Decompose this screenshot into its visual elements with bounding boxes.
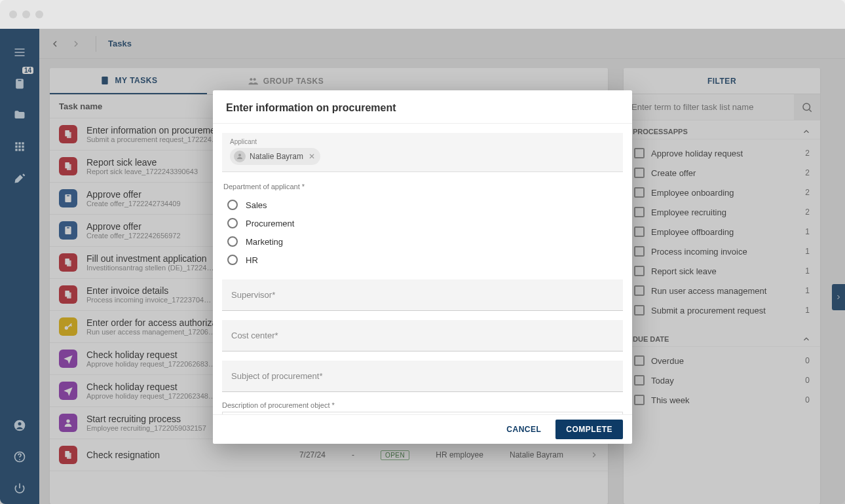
complete-button[interactable]: COMPLETE	[555, 420, 623, 439]
task-type-icon	[59, 350, 77, 368]
radio-icon	[227, 236, 238, 247]
task-subtitle: Submit a procurement request_172224…	[86, 135, 223, 143]
checkbox[interactable]	[634, 226, 645, 237]
chevron-up-icon	[802, 127, 811, 136]
filter-item[interactable]: Process incoming invoice 1	[628, 242, 816, 261]
radio-icon	[227, 255, 238, 265]
nav-power-icon[interactable]	[0, 473, 39, 504]
checkbox[interactable]	[634, 285, 645, 296]
applicant-field: Applicant Natalie Bayram ✕	[222, 133, 623, 172]
nav-account-icon[interactable]	[0, 410, 39, 441]
checkbox[interactable]	[634, 395, 645, 405]
radio-label: Sales	[246, 200, 267, 210]
topbar: Tasks	[39, 29, 845, 59]
filter-label: Report sick leave	[651, 266, 717, 276]
filter-item[interactable]: Today 0	[628, 370, 816, 390]
filter-count: 2	[805, 188, 810, 197]
filter-item[interactable]: This week 0	[628, 390, 816, 410]
radio-option[interactable]: Procurement	[222, 214, 623, 232]
cancel-button[interactable]: CANCEL	[500, 420, 548, 439]
supervisor-input[interactable]: Supervisor*	[222, 279, 623, 311]
svg-rect-11	[22, 149, 24, 151]
svg-point-26	[65, 326, 68, 329]
checkbox[interactable]	[634, 207, 645, 217]
svg-rect-7	[18, 145, 20, 147]
filter-search-input[interactable]	[624, 94, 794, 120]
task-type-icon	[59, 253, 77, 272]
svg-rect-21	[67, 164, 71, 170]
filter-count: 1	[805, 247, 810, 256]
task-type-icon	[59, 414, 77, 432]
modal-title: Enter information on procurement	[213, 90, 632, 124]
tab-label: MY TASKS	[115, 76, 158, 85]
checkbox[interactable]	[634, 355, 645, 366]
costcenter-input[interactable]: Cost center*	[222, 320, 623, 351]
traffic-light-min[interactable]	[22, 10, 30, 18]
filter-label: Create offer	[651, 168, 696, 178]
nav-settings-icon[interactable]	[0, 162, 39, 194]
checkbox[interactable]	[634, 187, 645, 198]
nav-apps-icon[interactable]	[0, 131, 39, 162]
department-label: Department of applicant *	[223, 183, 623, 190]
task-subtitle: Process incoming invoice_17223704…	[86, 296, 211, 304]
filter-item[interactable]: Employee recruiting 2	[628, 202, 816, 222]
filter-section-duedate[interactable]: DUE DATE	[624, 328, 820, 347]
nav-help-icon[interactable]	[0, 441, 39, 473]
task-subtitle: Create offer_1722242734409	[86, 200, 181, 207]
filter-count: 1	[805, 266, 810, 276]
svg-rect-6	[15, 145, 17, 147]
filter-section-processapps[interactable]: PROCESSAPPS	[624, 120, 820, 139]
radio-option[interactable]: Marketing	[222, 232, 623, 251]
filter-item[interactable]: Run user access management 1	[628, 281, 816, 300]
description-label: Description of procurement object *	[222, 401, 623, 409]
remove-chip-icon[interactable]: ✕	[309, 152, 315, 161]
filter-item[interactable]: Submit a procurement request 1	[628, 300, 816, 320]
task-subtitle: Approve holiday request_1722062683…	[86, 360, 216, 368]
checkbox[interactable]	[634, 266, 645, 276]
description-field: Description of procurement object * B I …	[222, 401, 623, 414]
tab-my-tasks[interactable]: MY TASKS	[50, 68, 207, 94]
checkbox[interactable]	[634, 148, 645, 158]
checkbox[interactable]	[634, 246, 645, 257]
svg-point-32	[238, 154, 241, 156]
task-title: Approve offer	[86, 189, 181, 200]
svg-rect-10	[18, 149, 20, 151]
breadcrumb[interactable]: Tasks	[108, 39, 132, 48]
filter-item[interactable]: Employee onboarding 2	[628, 183, 816, 202]
checkbox[interactable]	[634, 305, 645, 315]
task-subtitle: Create offer_1722242656972	[86, 232, 181, 240]
svg-rect-4	[18, 142, 20, 144]
radio-option[interactable]: Sales	[222, 196, 623, 214]
task-subtitle: Employee recruiting_1722059032157	[86, 424, 206, 432]
forward-button[interactable]	[68, 36, 84, 52]
traffic-light-close[interactable]	[9, 10, 17, 18]
task-type-icon	[59, 157, 77, 175]
filter-item[interactable]: Approve holiday request 2	[628, 143, 816, 163]
svg-point-27	[66, 420, 69, 423]
tab-label: GROUP TASKS	[263, 77, 324, 86]
search-icon[interactable]	[794, 94, 820, 120]
hamburger-icon[interactable]	[0, 37, 39, 68]
task-type-icon	[59, 125, 77, 143]
filter-label: Employee offboarding	[651, 227, 734, 237]
filter-label: Today	[651, 376, 674, 386]
back-button[interactable]	[47, 36, 63, 52]
nav-tasks-icon[interactable]	[0, 68, 39, 99]
task-row[interactable]: Check resignation 7/27/24 - OPEN HR empl…	[50, 439, 608, 471]
expand-panel-tab[interactable]	[832, 284, 845, 310]
checkbox[interactable]	[634, 168, 645, 178]
filter-item[interactable]: Employee offboarding 1	[628, 222, 816, 242]
filter-count: 2	[805, 149, 810, 158]
radio-option[interactable]: HR	[222, 251, 623, 269]
filter-item[interactable]: Create offer 2	[628, 163, 816, 183]
traffic-light-max[interactable]	[35, 10, 43, 18]
filter-item[interactable]: Report sick leave 1	[628, 261, 816, 281]
filter-item[interactable]: Overdue 0	[628, 351, 816, 370]
nav-rail: 14	[0, 29, 39, 504]
checkbox[interactable]	[634, 375, 645, 386]
nav-folder-icon[interactable]	[0, 99, 39, 131]
svg-rect-23	[67, 261, 71, 266]
subject-input[interactable]: Subject of procurement*	[222, 361, 623, 392]
applicant-chip[interactable]: Natalie Bayram ✕	[230, 148, 320, 165]
svg-point-30	[803, 103, 810, 111]
